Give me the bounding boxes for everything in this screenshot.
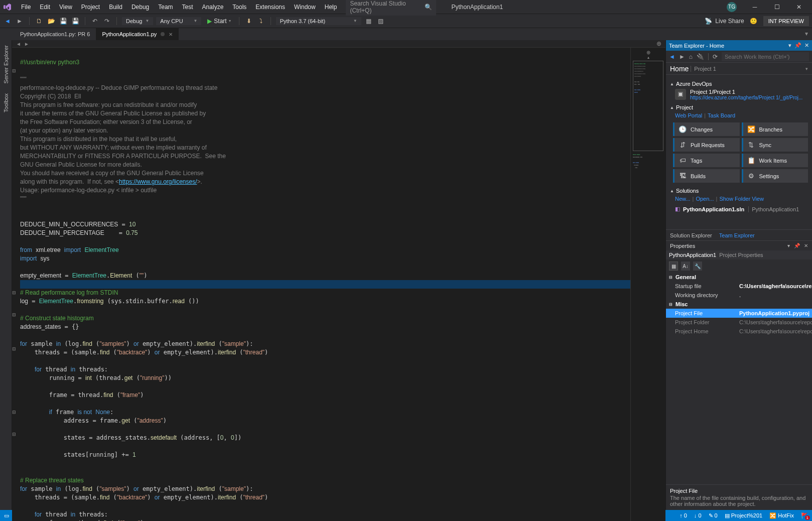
menu-tools[interactable]: Tools	[228, 2, 250, 13]
tile-settings[interactable]: ⚙Settings	[742, 169, 808, 183]
grid2-icon[interactable]: ▨	[376, 17, 385, 26]
work-items-search[interactable]	[722, 52, 809, 61]
save-icon[interactable]: 💾	[59, 17, 68, 26]
code-area[interactable]: #!/usr/bin/env python3 ⊟""" performance-…	[12, 48, 630, 521]
pin-icon[interactable]: 📌	[794, 243, 800, 248]
tile-builds[interactable]: 🏗Builds	[673, 169, 740, 183]
new-project-icon[interactable]: 🗋	[35, 17, 44, 26]
branch-name[interactable]: 🔀 HotFix	[769, 512, 794, 519]
web-portal-link[interactable]: Web Portal	[675, 112, 702, 118]
tab-pr6[interactable]: PythonApplication1.py: PR 6	[14, 28, 96, 40]
project-section[interactable]: ▲Project	[670, 104, 808, 110]
toolbox-tab[interactable]: Toolbox	[3, 93, 9, 112]
dropdown-icon[interactable]: ▾	[787, 243, 790, 248]
step-into-icon[interactable]: ⬇	[244, 17, 253, 26]
python-env-combo[interactable]: Python 3.7 (64-bit)▼	[276, 17, 361, 25]
maximize-button[interactable]: ☐	[767, 2, 787, 13]
server-explorer-tab[interactable]: Server Explorer	[3, 45, 9, 83]
tab-team-explorer[interactable]: Team Explorer	[719, 232, 755, 238]
refresh-icon[interactable]: ⟳	[713, 53, 718, 60]
publish-down[interactable]: ↓ 0	[694, 512, 702, 518]
user-avatar[interactable]: TG	[727, 2, 737, 12]
nav-fwd-icon[interactable]: ►	[15, 17, 24, 26]
tab-pyfile[interactable]: PythonApplication1.py✕	[96, 28, 179, 40]
cat-general[interactable]: ⊟General	[666, 273, 812, 282]
plug-icon[interactable]: 🔌	[697, 53, 704, 60]
solution-item[interactable]: ◧ PythonApplication1.sln PythonApplicati…	[675, 206, 808, 212]
prop-project-file[interactable]: Project FilePythonApplication1.pyproj	[666, 309, 812, 318]
menu-extensions[interactable]: Extensions	[251, 2, 289, 13]
tile-pull-requests[interactable]: ⇵Pull Requests	[673, 138, 740, 152]
undo-icon[interactable]: ↶	[90, 17, 99, 26]
live-share-button[interactable]: 📡Live Share	[705, 18, 744, 25]
menu-build[interactable]: Build	[105, 2, 126, 13]
forward-icon[interactable]: ►	[679, 53, 685, 60]
tab-solution-explorer[interactable]: Solution Explorer	[670, 232, 712, 238]
pending-changes[interactable]: ✎ 0	[709, 512, 718, 519]
tile-sync[interactable]: ⇅Sync	[742, 138, 808, 152]
start-debug-button[interactable]: ▶Start▾	[204, 17, 233, 26]
menu-file[interactable]: File	[17, 2, 35, 13]
code-editor[interactable]: #!/usr/bin/env python3 ⊟""" performance-…	[12, 48, 665, 521]
categorized-icon[interactable]: ▦	[669, 262, 678, 271]
wrench-icon[interactable]: 🔧	[693, 262, 702, 271]
tab-overflow-icon[interactable]: ▾	[801, 28, 812, 40]
close-icon[interactable]: ✕	[804, 42, 809, 49]
team-explorer-breadcrumb[interactable]: Home Project 1 ▾	[666, 63, 812, 75]
alpha-icon[interactable]: A↓	[681, 262, 690, 271]
prop-startup-file[interactable]: Startup fileC:\Users\tagherfa\source\rep…	[666, 282, 812, 291]
platform-combo[interactable]: Any CPU▼	[156, 17, 201, 25]
menu-team[interactable]: Team	[154, 2, 177, 13]
new-sln-link[interactable]: New...	[675, 196, 691, 202]
menu-test[interactable]: Test	[178, 2, 197, 13]
project-name[interactable]: Project 1/Project 1	[690, 89, 802, 95]
task-board-link[interactable]: Task Board	[708, 112, 735, 118]
project-url[interactable]: https://dev.azure.com/tagherfa/Project 1…	[690, 95, 802, 100]
menu-view[interactable]: View	[55, 2, 76, 13]
pin-icon[interactable]: 📌	[794, 42, 801, 49]
feedback-icon[interactable]: 🙂	[749, 17, 758, 26]
menu-help[interactable]: Help	[321, 2, 341, 13]
properties-object-combo[interactable]: PythonApplication1Project Properties	[666, 250, 812, 259]
menu-window[interactable]: Window	[290, 2, 320, 13]
cat-misc[interactable]: ⊟Misc	[666, 300, 812, 309]
minimize-button[interactable]: ─	[745, 2, 765, 13]
redo-icon[interactable]: ↷	[102, 17, 111, 26]
close-icon[interactable]: ✕	[169, 32, 173, 37]
close-icon[interactable]: ✕	[804, 243, 808, 248]
minimap[interactable]: ⊕ ▴ aaaa aaa aa aaaaaaaaaa aaaaaaaaaa aa…	[630, 48, 665, 521]
global-search[interactable]: Search Visual Studio (Ctrl+Q) 🔍	[346, 0, 436, 16]
tile-changes[interactable]: 🕒Changes	[673, 122, 740, 136]
menu-debug[interactable]: Debug	[127, 2, 153, 13]
tile-tags[interactable]: 🏷Tags	[673, 154, 740, 167]
azure-devops-section[interactable]: ▲Azure DevOps	[670, 81, 808, 87]
nav-right-icon[interactable]: ►	[24, 41, 29, 47]
menu-project[interactable]: Project	[77, 2, 104, 13]
editor-nav-bar[interactable]: ◄ ► ⊕	[12, 40, 665, 48]
close-button[interactable]: ✕	[789, 2, 809, 13]
split-icon[interactable]: ⊕	[656, 40, 661, 47]
nav-left-icon[interactable]: ◄	[16, 41, 21, 47]
menu-edit[interactable]: Edit	[36, 2, 54, 13]
config-combo[interactable]: Debug▼	[122, 17, 153, 25]
prop-project-folder[interactable]: Project FolderC:\Users\tagherfa\source\r…	[666, 318, 812, 327]
prop-working-dir[interactable]: Working directory.	[666, 291, 812, 300]
open-sln-link[interactable]: Open...	[696, 196, 714, 202]
back-icon[interactable]: ◄	[669, 53, 675, 60]
publish-up[interactable]: ↑ 0	[680, 512, 687, 518]
open-file-icon[interactable]: 📂	[47, 17, 56, 26]
tile-branches[interactable]: 🔀Branches	[742, 122, 808, 136]
dropdown-icon[interactable]: ▾	[788, 42, 791, 49]
menu-analyze[interactable]: Analyze	[198, 2, 228, 13]
save-all-icon[interactable]: 💾	[71, 17, 80, 26]
notifications-icon[interactable]: 🚩	[801, 512, 808, 519]
step-over-icon[interactable]: ⤵	[256, 17, 265, 26]
tile-work-items[interactable]: 📋Work Items	[742, 154, 808, 167]
folder-view-link[interactable]: Show Folder View	[719, 196, 763, 202]
grid1-icon[interactable]: ▦	[364, 17, 373, 26]
solutions-section[interactable]: ▲Solutions	[670, 188, 808, 194]
int-preview-badge[interactable]: INT PREVIEW	[763, 16, 809, 26]
home-icon[interactable]: ⌂	[689, 53, 693, 60]
prop-project-home[interactable]: Project HomeC:\Users\tagherfa\source\rep…	[666, 327, 812, 336]
repo-name[interactable]: ▤ Project%201	[725, 512, 762, 519]
